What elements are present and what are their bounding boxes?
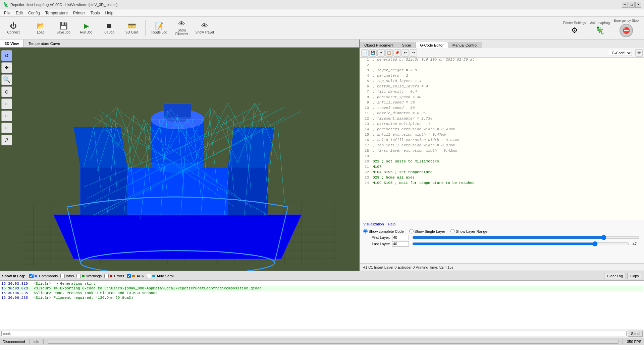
gcode-copy-button[interactable]: 📋 bbox=[385, 49, 393, 57]
bottom-log-area: Show in Log: Commands Infos Warnings Err… bbox=[0, 271, 644, 338]
tab-object-placement[interactable]: Object Placement bbox=[360, 42, 398, 48]
pan-button[interactable]: ✥ bbox=[1, 62, 12, 73]
top-view-button[interactable]: □ bbox=[1, 123, 12, 133]
vis-layer-range-label[interactable]: Show Layer Range bbox=[450, 229, 487, 233]
vis-complete-code-label[interactable]: Show complete Code bbox=[363, 229, 404, 233]
emergency-stop-button[interactable]: ⛔ bbox=[620, 24, 633, 37]
3d-viewport[interactable]: ↺ ✥ 🔍 ⊖ □ □ □ // bbox=[0, 48, 359, 271]
first-layer-input[interactable] bbox=[392, 235, 409, 240]
last-layer-input[interactable] bbox=[392, 241, 409, 247]
vis-single-layer-label[interactable]: Show Single Layer bbox=[409, 229, 445, 233]
vis-tab-help[interactable]: Help bbox=[388, 222, 396, 226]
show-filament-button[interactable]: 👁 Show Filament bbox=[171, 18, 193, 38]
right-tabs: Object Placement Slicer G-Code Editor Ma… bbox=[360, 40, 644, 48]
load-icon: 📂 bbox=[37, 22, 45, 30]
menu-help[interactable]: Help bbox=[102, 10, 116, 16]
run-job-button[interactable]: ▶ Run Job bbox=[75, 18, 97, 38]
menu-printer[interactable]: Printer bbox=[70, 10, 88, 16]
vis-tab-visualization[interactable]: Visualization bbox=[363, 222, 384, 226]
sd-card-button[interactable]: 💳 SD Card bbox=[121, 18, 143, 38]
tab-gcode-editor[interactable]: G-Code Editor bbox=[416, 42, 448, 48]
minimize-button[interactable]: ─ bbox=[622, 2, 628, 8]
filter-warnings-checkbox[interactable] bbox=[76, 274, 81, 278]
command-input[interactable] bbox=[1, 331, 627, 336]
connect-button[interactable]: ⏻ Connect bbox=[3, 18, 24, 38]
filter-commands[interactable]: Commands bbox=[29, 274, 58, 278]
tab-slicer[interactable]: Slicer bbox=[398, 42, 416, 48]
gcode-undo-button[interactable]: ↩ bbox=[401, 49, 409, 57]
zoom-in-button[interactable]: 🔍 bbox=[1, 74, 12, 85]
gcode-type-dropdown[interactable]: G-Code bbox=[609, 50, 632, 56]
window-controls[interactable]: ─ □ ✕ bbox=[622, 2, 641, 8]
filter-errors[interactable]: Errors bbox=[104, 274, 124, 278]
filter-commands-checkbox[interactable] bbox=[29, 274, 34, 278]
vis-single-layer-radio[interactable] bbox=[409, 229, 414, 233]
filter-ack-checkbox[interactable] bbox=[127, 274, 131, 278]
gcode-line-11: 11; nozzle_diameter = 0.35 bbox=[360, 111, 644, 117]
filter-infos[interactable]: Infos bbox=[60, 274, 74, 278]
send-command-button[interactable]: Send bbox=[628, 331, 643, 337]
emergency-stop-label: Emergency Stop bbox=[614, 19, 639, 22]
tab-3d-view[interactable]: 3D View bbox=[0, 40, 24, 47]
gcode-line-4: 4; perimeters = 2 bbox=[360, 74, 644, 79]
kill-job-button[interactable]: ⏹ Kill Job bbox=[98, 18, 120, 38]
filter-ack[interactable]: ACK bbox=[127, 274, 144, 278]
close-button[interactable]: ✕ bbox=[635, 2, 641, 8]
gcode-redo-button[interactable]: ↪ bbox=[410, 49, 417, 57]
load-button[interactable]: 📂 Load bbox=[30, 18, 51, 38]
gcode-toolbar: 📄 💾 ✂ 📋 📌 ↩ ↪ G-Code 👁 bbox=[360, 48, 644, 58]
tab-temperature-curve[interactable]: Temperature Curve bbox=[24, 40, 65, 47]
clear-log-button[interactable]: Clear Log bbox=[604, 273, 626, 279]
filter-autoscroll-checkbox[interactable] bbox=[147, 274, 151, 278]
menu-file[interactable]: File bbox=[1, 10, 13, 16]
window-title: 🦎 Repetier-Host Leapfrog V0.90C - ListVi… bbox=[3, 2, 118, 7]
vis-tabs: Visualization Help bbox=[363, 222, 641, 227]
log-entry-3: 15:30:06.285 <Slic3r> Filament required:… bbox=[1, 295, 643, 300]
gcode-new-button[interactable]: 📄 bbox=[361, 49, 369, 57]
gcode-editor[interactable]: 1; generated by Slic3r_0.9.10b on 2016-0… bbox=[360, 58, 644, 220]
vis-layer-range-radio[interactable] bbox=[450, 229, 455, 233]
side-view-button[interactable]: □ bbox=[1, 111, 12, 121]
menu-config[interactable]: Config bbox=[25, 10, 43, 16]
menu-edit[interactable]: Edit bbox=[13, 10, 25, 16]
zoom-out-button[interactable]: ⊖ bbox=[1, 86, 12, 97]
tab-manual-control[interactable]: Manual Control bbox=[448, 42, 482, 48]
gcode-save-button[interactable]: 💾 bbox=[369, 49, 377, 57]
filter-errors-checkbox[interactable] bbox=[104, 274, 109, 278]
save-job-button[interactable]: 💾 Save Job bbox=[53, 18, 74, 38]
show-travel-button[interactable]: 👁 Show Travel bbox=[194, 18, 215, 38]
vis-complete-code-radio[interactable] bbox=[363, 229, 368, 233]
menu-temperature[interactable]: Temperature bbox=[43, 10, 70, 16]
view-tools-panel: ↺ ✥ 🔍 ⊖ □ □ □ // bbox=[1, 50, 12, 145]
show-in-log-label: Show in Log: bbox=[2, 274, 25, 278]
menu-tools[interactable]: Tools bbox=[88, 10, 102, 16]
printer-settings-button[interactable]: ⚙ bbox=[571, 26, 578, 35]
first-layer-slider[interactable] bbox=[412, 235, 639, 240]
log-content: 15:30:03.819 <Slic3r> => Generating skir… bbox=[0, 281, 644, 329]
refresh-view-button[interactable]: ↺ bbox=[1, 50, 12, 61]
svg-rect-41 bbox=[164, 104, 191, 118]
filter-warnings[interactable]: Warnings bbox=[76, 274, 102, 278]
titlebar: 🦎 Repetier-Host Leapfrog V0.90C - ListVi… bbox=[0, 0, 644, 9]
last-layer-slider[interactable] bbox=[412, 241, 629, 247]
gcode-line-5: 5; top_solid_layers = 4 bbox=[360, 79, 644, 84]
crosshair-button[interactable]: // bbox=[1, 135, 12, 145]
gcode-line-18: 18; first layer extrusion width = 0.42mm bbox=[360, 149, 644, 154]
front-view-button[interactable]: □ bbox=[1, 98, 12, 109]
filter-infos-checkbox[interactable] bbox=[60, 274, 65, 278]
maximize-button[interactable]: □ bbox=[629, 2, 635, 8]
svg-marker-42 bbox=[80, 167, 127, 215]
gcode-line-14: 14; perimeters extrusion width = 0.47mm bbox=[360, 127, 644, 133]
ask-leapfrog-button[interactable]: 🦎 bbox=[595, 26, 604, 35]
gcode-paste-button[interactable]: 📌 bbox=[393, 49, 401, 57]
gcode-line-8: 8; perimeter_speed = 40 bbox=[360, 95, 644, 100]
copy-log-button[interactable]: Copy bbox=[627, 273, 642, 279]
gcode-line-21: 21M107 bbox=[360, 165, 644, 170]
gcode-eye-button[interactable]: 👁 bbox=[635, 49, 643, 57]
toggle-log-button[interactable]: 📝 Toggle Log bbox=[148, 18, 170, 38]
filter-autoscroll[interactable]: Auto Scroll bbox=[147, 274, 174, 278]
gcode-cut-button[interactable]: ✂ bbox=[377, 49, 385, 57]
gcode-line-15: 15; infill extrusion width = 0.47mm bbox=[360, 133, 644, 138]
toolbar: ⏻ Connect 📂 Load 💾 Save Job ▶ Run Job ⏹ … bbox=[0, 17, 644, 40]
gcode-line-2: 2 bbox=[360, 63, 644, 68]
